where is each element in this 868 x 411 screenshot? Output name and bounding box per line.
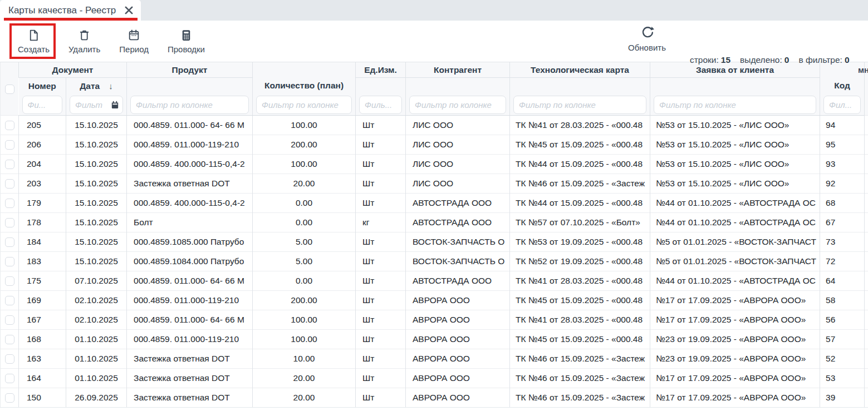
cell-number[interactable]: 175 — [19, 271, 66, 291]
row-checkbox-cell[interactable] — [1, 135, 19, 155]
row-checkbox[interactable] — [5, 393, 14, 403]
table-row[interactable]: 163 01.10.2025 Застежка ответная DOT 10.… — [1, 349, 868, 369]
cell-client-request[interactable]: №53 от 15.10.2025 - «ЛИС ООО» — [650, 116, 820, 135]
column-header-number[interactable]: Номер — [19, 78, 66, 95]
group-header-tech-card[interactable]: Технологическая карта — [510, 62, 650, 78]
row-checkbox[interactable] — [5, 354, 14, 364]
cell-client-request[interactable]: №53 от 15.10.2025 - «ЛИС ООО» — [650, 174, 820, 194]
cell-product[interactable]: Застежка ответная DOT — [127, 174, 253, 194]
cell-code[interactable]: 58 — [820, 291, 865, 310]
cell-tech-card[interactable]: ТК №53 от 19.09.2025 - «000.48 — [510, 232, 650, 252]
cell-product[interactable]: Болт — [127, 213, 253, 232]
cell-client-request[interactable]: №44 от 01.10.2025 - «АВТОСТРАДА ОС — [650, 194, 820, 213]
cell-date[interactable]: 15.10.2025 — [66, 232, 127, 252]
cell-date[interactable]: 02.10.2025 — [66, 310, 127, 330]
table-row[interactable]: 184 15.10.2025 000.4859.1085.000 Патрубо… — [1, 232, 868, 252]
cell-number[interactable]: 184 — [19, 232, 66, 252]
cell-product[interactable]: 000.4859. 011.000-119-210 — [127, 135, 253, 155]
row-checkbox[interactable] — [5, 257, 14, 266]
row-checkbox-cell[interactable] — [1, 155, 19, 174]
cell-number[interactable]: 203 — [19, 174, 66, 194]
cell-client-request[interactable]: №44 от 01.10.2025 - «АВТОСТРАДА ОС — [650, 271, 820, 291]
cell-quantity[interactable]: 0.00 — [253, 194, 356, 213]
cell-number[interactable]: 169 — [19, 291, 66, 310]
cell-contractor[interactable]: ЛИС ООО — [406, 116, 510, 135]
cell-tech-card[interactable]: ТК №41 от 28.03.2025 - «000.48 — [510, 310, 650, 330]
cell-tech-card[interactable]: ТК №46 от 15.09.2025 - «Застеж — [510, 369, 650, 388]
cell-contractor[interactable]: ЛИС ООО — [406, 155, 510, 174]
cell-code[interactable]: 67 — [820, 213, 865, 232]
cell-date[interactable]: 15.10.2025 — [66, 252, 127, 271]
table-row[interactable]: 169 02.10.2025 000.4859. 011.000-119-210… — [1, 291, 868, 310]
cell-product[interactable]: 000.4859. 011.000- 64- 66 М — [127, 271, 253, 291]
cell-client-request[interactable]: №5 от 01.01.2025 - «ВОСТОК-ЗАПЧАСТ — [650, 252, 820, 271]
group-header-unit[interactable]: Ед.Изм. — [356, 62, 406, 78]
cell-number[interactable]: 168 — [19, 330, 66, 349]
cell-code[interactable]: 94 — [820, 116, 865, 135]
cell-quantity[interactable]: 5.00 — [253, 232, 356, 252]
row-checkbox-cell[interactable] — [1, 252, 19, 271]
postings-button[interactable]: Проводки — [164, 28, 208, 54]
row-checkbox[interactable] — [5, 179, 14, 189]
cell-code[interactable]: 64 — [820, 271, 865, 291]
cell-unit[interactable]: Шт — [356, 135, 406, 155]
cell-unit[interactable]: Шт — [356, 271, 406, 291]
cell-quantity[interactable]: 200.00 — [253, 291, 356, 310]
table-row[interactable]: 205 15.10.2025 000.4859. 011.000- 64- 66… — [1, 116, 868, 135]
cell-client-request[interactable]: №17 от 17.09.2025 - «АВРОРА ООО» — [650, 388, 820, 408]
cell-number[interactable]: 206 — [19, 135, 66, 155]
period-button[interactable]: Период — [116, 28, 152, 54]
cell-quantity[interactable]: 0.00 — [253, 213, 356, 232]
filter-product-input[interactable] — [130, 96, 249, 114]
cell-date[interactable]: 01.10.2025 — [66, 349, 127, 369]
cell-client-request[interactable]: №17 от 17.09.2025 - «АВРОРА ООО» — [650, 369, 820, 388]
table-row[interactable]: 178 15.10.2025 Болт 0.00 кг АВТОСТРАДА О… — [1, 213, 868, 232]
cell-code[interactable]: 92 — [820, 174, 865, 194]
cell-quantity[interactable]: 100.00 — [253, 330, 356, 349]
cell-product[interactable]: 000.4859. 011.000- 64- 66 М — [127, 310, 253, 330]
refresh-button[interactable]: Обновить — [627, 26, 667, 52]
cell-quantity[interactable]: 20.00 — [253, 369, 356, 388]
cell-tech-card[interactable]: ТК №52 от 19.09.2025 - «000.48 — [510, 252, 650, 271]
row-checkbox-cell[interactable] — [1, 174, 19, 194]
cell-unit[interactable]: Шт — [356, 369, 406, 388]
row-checkbox[interactable] — [5, 121, 14, 130]
cell-unit[interactable]: Шт — [356, 174, 406, 194]
cell-product[interactable]: 000.4859.1084.000 Патрубо — [127, 252, 253, 271]
cell-quantity[interactable]: 100.00 — [253, 310, 356, 330]
table-row[interactable]: 175 07.10.2025 000.4859. 011.000- 64- 66… — [1, 271, 868, 291]
cell-unit[interactable]: Шт — [356, 252, 406, 271]
calendar-icon[interactable] — [110, 100, 120, 110]
cell-product[interactable]: 000.4859. 400.000-115-0,4-2 — [127, 155, 253, 174]
row-checkbox-cell[interactable] — [1, 116, 19, 135]
cell-tech-card[interactable]: ТК №46 от 15.09.2025 - «Застеж — [510, 388, 650, 408]
row-checkbox[interactable] — [5, 296, 14, 305]
cell-code[interactable]: 52 — [820, 349, 865, 369]
filter-contractor-input[interactable] — [409, 96, 506, 114]
row-checkbox[interactable] — [5, 237, 14, 247]
cell-product[interactable]: Застежка ответная DOT — [127, 388, 253, 408]
row-checkbox[interactable] — [5, 335, 14, 344]
cell-contractor[interactable]: АВТОСТРАДА ООО — [406, 213, 510, 232]
cell-unit[interactable]: Шт — [356, 194, 406, 213]
cell-date[interactable]: 15.10.2025 — [66, 116, 127, 135]
table-row[interactable]: 203 15.10.2025 Застежка ответная DOT 20.… — [1, 174, 868, 194]
cell-code[interactable]: 53 — [820, 369, 865, 388]
cell-quantity[interactable]: 5.00 — [253, 252, 356, 271]
create-button[interactable]: Создать — [14, 28, 53, 54]
cell-tech-card[interactable]: ТК №44 от 15.09.2025 - «000.48 — [510, 155, 650, 174]
row-checkbox-cell[interactable] — [1, 310, 19, 330]
row-checkbox-cell[interactable] — [1, 349, 19, 369]
cell-unit[interactable]: Шт — [356, 330, 406, 349]
row-checkbox-cell[interactable] — [1, 369, 19, 388]
cell-quantity[interactable]: 200.00 — [253, 135, 356, 155]
row-checkbox-cell[interactable] — [1, 291, 19, 310]
cell-contractor[interactable]: ЛИС ООО — [406, 174, 510, 194]
table-row[interactable]: 164 01.10.2025 Застежка ответная DOT 20.… — [1, 369, 868, 388]
cell-date[interactable]: 15.10.2025 — [66, 174, 127, 194]
row-checkbox[interactable] — [5, 160, 14, 169]
filter-number-input[interactable] — [22, 96, 63, 114]
cell-date[interactable]: 26.09.2025 — [66, 388, 127, 408]
cell-tech-card[interactable]: ТК №45 от 15.09.2025 - «000.48 — [510, 135, 650, 155]
row-checkbox-cell[interactable] — [1, 271, 19, 291]
